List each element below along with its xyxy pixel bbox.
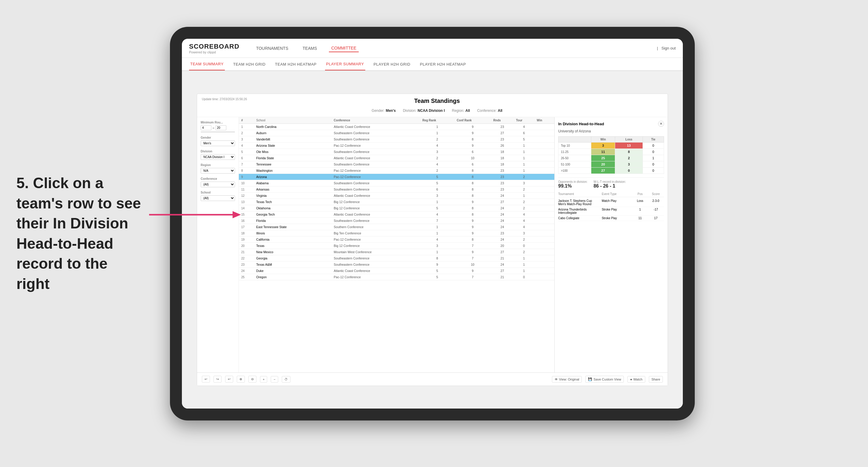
view-original-button[interactable]: 👁 View: Original (552, 376, 582, 383)
table-row[interactable]: 20 Texas Big 12 Conference 3 7 20 0 (239, 243, 554, 249)
h2h-th-label (558, 136, 591, 143)
region-select[interactable]: N/A (201, 168, 235, 174)
table-row[interactable]: 23 Texas A&M Southeastern Conference 9 1… (239, 261, 554, 268)
table-row[interactable]: 3 Vanderbilt Southeastern Conference 2 8… (239, 136, 554, 143)
cell-conference: Pac-12 Conference (331, 174, 420, 180)
opponents-pct-label: Opponents in division: (558, 180, 587, 183)
cell-rnds: 24 (491, 193, 514, 199)
subnav-team-h2h-heatmap[interactable]: TEAM H2H HEATMAP (274, 58, 317, 70)
table-row[interactable]: 19 California Pac-12 Conference 4 8 24 2 (239, 237, 554, 243)
cell-rnds: 24 (491, 237, 514, 243)
opponents-pct-value: 99.1% (558, 183, 587, 189)
subnav-player-h2h-grid[interactable]: PLAYER H2H GRID (372, 58, 412, 70)
table-row[interactable]: 14 Oklahoma Big 12 Conference 5 8 24 2 (239, 205, 554, 212)
subnav-team-summary[interactable]: TEAM SUMMARY (189, 58, 225, 70)
nav-tournaments[interactable]: TOURNAMENTS (254, 45, 291, 52)
cell-rnds: 27 (491, 268, 514, 274)
cell-tour: 1 (514, 193, 534, 199)
school-select[interactable]: (All) (201, 195, 235, 201)
watch-button[interactable]: ● Watch (627, 376, 645, 383)
save-custom-button[interactable]: 💾 Save Custom View (585, 376, 624, 383)
panel-title: Team Standings (247, 97, 627, 104)
minus-button[interactable]: − (271, 376, 278, 383)
table-row[interactable]: 18 Illinois Big Ten Conference 1 9 23 3 (239, 230, 554, 237)
division-section: Division NCAA Division I NCAA Division I… (201, 150, 235, 160)
undo-button[interactable]: ↩ (202, 376, 210, 383)
conference-select[interactable]: (All) (201, 182, 235, 187)
table-row[interactable]: 11 Arkansas Southeastern Conference 6 8 … (239, 186, 554, 193)
zoom-in-button[interactable]: ⊕ (237, 376, 245, 383)
nav-teams[interactable]: TEAMS (300, 45, 319, 52)
h2h-cell-tie: 1 (643, 155, 664, 161)
table-row[interactable]: 8 Washington Pac-12 Conference 2 8 23 1 (239, 167, 554, 174)
table-row[interactable]: 10 Alabama Southeastern Conference 5 8 2… (239, 180, 554, 186)
nav-committee[interactable]: COMMITTEE (329, 44, 359, 52)
cell-school: Georgia Tech (254, 212, 331, 218)
gender-select[interactable]: Men's Women's (201, 141, 235, 146)
tournament-event-type: Match Play (602, 199, 632, 206)
division-select[interactable]: NCAA Division I NCAA Division II NCAA Di… (201, 154, 235, 160)
h2h-cell-label: Top 10 (558, 143, 591, 149)
tournament-name: Jackson T. Stephens Cup Men's Match-Play… (558, 199, 599, 206)
table-row[interactable]: 7 Tennessee Southeastern Conference 4 6 … (239, 161, 554, 167)
table-row[interactable]: 9 Arizona Pac-12 Conference 5 8 23 2 (239, 174, 554, 180)
redo-button[interactable]: ↪ (214, 376, 221, 383)
table-row[interactable]: 6 Florida State Atlantic Coast Conferenc… (239, 155, 554, 161)
cell-school: Georgia (254, 255, 331, 261)
main-content: Update time: 27/03/2024 15:56:26 Team St… (182, 71, 683, 409)
cell-win (534, 136, 554, 143)
table-row[interactable]: 16 Florida Southeastern Conference 7 9 2… (239, 218, 554, 224)
cell-school: Duke (254, 268, 331, 274)
clock-button[interactable]: ⏱ (282, 376, 290, 383)
subnav-player-summary[interactable]: PLAYER SUMMARY (325, 58, 365, 70)
cell-school: Auburn (254, 130, 331, 136)
share-button[interactable]: Share (649, 376, 663, 383)
table-row[interactable]: 1 North Carolina Atlantic Coast Conferen… (239, 124, 554, 130)
max-rounds-input[interactable] (216, 125, 226, 130)
cell-reg-rank: 5 (420, 205, 454, 212)
cell-win (534, 124, 554, 130)
zoom-out-button[interactable]: ⊖ (248, 376, 256, 383)
tournament-pos: 11 (635, 217, 645, 220)
table-row[interactable]: 22 Georgia Southeastern Conference 8 7 2… (239, 255, 554, 261)
cell-school: Oklahoma (254, 205, 331, 212)
undo2-button[interactable]: ↩ (225, 376, 233, 383)
h2h-record-table: Win Loss Tie Top 10 3 13 0 11-25 11 8 0 … (558, 136, 664, 174)
sign-out-link[interactable]: Sign out (661, 46, 676, 51)
table-row[interactable]: 13 Texas Tech Big 12 Conference 1 9 27 2 (239, 199, 554, 205)
cell-conf-rank: 9 (455, 249, 491, 255)
table-row[interactable]: 21 New Mexico Mountain West Conference 1… (239, 249, 554, 255)
cell-rnds: 23 (491, 136, 514, 143)
add-button[interactable]: + (260, 376, 267, 383)
tournament-header: Tournament Event Type Pos Score (558, 192, 664, 197)
table-row[interactable]: 15 Georgia Tech Atlantic Coast Conferenc… (239, 212, 554, 218)
cell-tour: 4 (514, 124, 534, 130)
annotation-arrow (146, 203, 242, 227)
cell-conf-rank: 9 (455, 143, 491, 149)
table-row[interactable]: 5 Ole Miss Southeastern Conference 3 6 1… (239, 149, 554, 155)
cell-reg-rank: 2 (420, 167, 454, 174)
conference-filter-display: Conference: All (477, 108, 502, 113)
cell-tour: 1 (514, 143, 534, 149)
subnav-player-h2h-heatmap[interactable]: PLAYER H2H HEATMAP (418, 58, 467, 70)
table-row[interactable]: 12 Virginia Atlantic Coast Conference 3 … (239, 193, 554, 199)
logo-title: SCOREBOARD (189, 43, 240, 51)
table-row[interactable]: 25 Oregon Pac-12 Conference 5 7 21 0 (239, 274, 554, 280)
table-row[interactable]: 24 Duke Atlantic Coast Conference 5 9 27… (239, 268, 554, 274)
min-rounds-input[interactable] (201, 125, 211, 130)
cell-school: Vanderbilt (254, 136, 331, 143)
subnav-team-h2h-grid[interactable]: TEAM H2H GRID (232, 58, 267, 70)
h2h-close-button[interactable]: ✕ (658, 121, 664, 127)
th-tour: Tour (514, 117, 534, 124)
table-row[interactable]: 17 East Tennessee State Southern Confere… (239, 224, 554, 230)
min-rounds-section: Minimum Rou... – (201, 121, 235, 132)
cell-school: Ole Miss (254, 149, 331, 155)
table-row[interactable]: 2 Auburn Southeastern Conference 1 9 27 … (239, 130, 554, 136)
opponents-pct-block: Opponents in division: 99.1% (558, 180, 587, 189)
cell-rnds: 18 (491, 161, 514, 167)
cell-win (534, 205, 554, 212)
h2h-th-win: Win (591, 136, 615, 143)
cell-tour: 2 (514, 186, 534, 193)
cell-tour: 2 (514, 237, 534, 243)
table-row[interactable]: 4 Arizona State Pac-12 Conference 4 9 26… (239, 143, 554, 149)
